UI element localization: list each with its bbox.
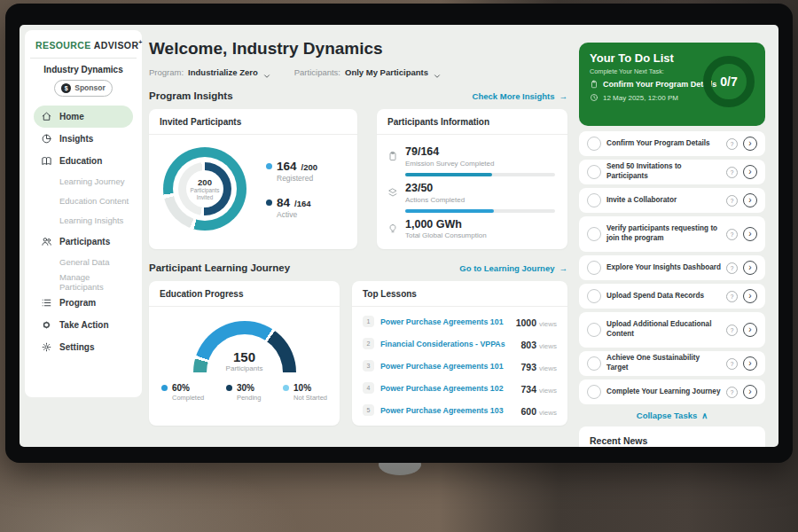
lesson-views: 734 bbox=[520, 384, 536, 395]
program-dropdown[interactable]: Program: Industrialize Zero bbox=[149, 67, 271, 77]
help-icon[interactable]: ? bbox=[726, 387, 738, 398]
chevron-right-icon[interactable]: › bbox=[743, 385, 757, 399]
task-checkbox[interactable] bbox=[587, 289, 601, 303]
collapse-tasks-link[interactable]: Collapse Tasks ∧ bbox=[579, 411, 765, 420]
sidebar-item-insights[interactable]: Insights bbox=[34, 128, 133, 150]
task-checkbox[interactable] bbox=[587, 261, 601, 275]
lesson-link[interactable]: Power Purchase Agreements 101 bbox=[380, 362, 514, 371]
participants-dropdown[interactable]: Participants: Only My Participants bbox=[294, 67, 442, 77]
sidebar-item-label: Learning Insights bbox=[59, 215, 123, 225]
org-name: Industry Dynamics bbox=[34, 65, 133, 74]
sidebar-item-take-action[interactable]: Take Action bbox=[34, 314, 133, 336]
chevron-right-icon[interactable]: › bbox=[743, 165, 757, 179]
task-row[interactable]: Achieve One Sustainability Target ? › bbox=[579, 351, 765, 376]
chevron-right-icon[interactable]: › bbox=[743, 323, 757, 337]
help-icon[interactable]: ? bbox=[726, 325, 738, 336]
participants-info-body: 79/164 Emission Survey Completed 23/50 A… bbox=[377, 135, 567, 239]
task-label: Upload Additional Educational Content bbox=[606, 320, 721, 339]
task-row[interactable]: Complete Your Learning Journey ? › bbox=[579, 379, 765, 404]
legend-item-not-started: 10% Not Started bbox=[283, 383, 327, 402]
lesson-views-suffix: views bbox=[539, 409, 557, 417]
task-row[interactable]: Invite a Collaborator ? › bbox=[579, 188, 765, 213]
chevron-right-icon[interactable]: › bbox=[743, 289, 757, 303]
chevron-right-icon[interactable]: › bbox=[743, 227, 757, 241]
sidebar-item-participants[interactable]: Participants bbox=[34, 231, 133, 253]
layers-icon bbox=[387, 185, 398, 196]
sidebar-item-label: Participants bbox=[59, 237, 110, 246]
chevron-right-icon[interactable]: › bbox=[743, 261, 757, 275]
lesson-link[interactable]: Financial Considerations - VPPAs bbox=[380, 340, 514, 348]
app-window: RESOURCEADVISOR+ Industry Dynamics $ Spo… bbox=[20, 25, 778, 447]
lesson-link[interactable]: Power Purchase Agreements 103 bbox=[380, 406, 514, 415]
burst-icon bbox=[41, 319, 52, 331]
sidebar-item-learning-insights[interactable]: Learning Insights bbox=[34, 211, 133, 231]
caret-up-icon: ∧ bbox=[701, 411, 708, 420]
sponsor-badge[interactable]: $ Sponsor bbox=[54, 80, 113, 97]
legend-dot-lightblue bbox=[283, 385, 289, 391]
todo-progress-ring: 0/7 bbox=[703, 56, 755, 107]
task-row[interactable]: Explore Your Insights Dashboard ? › bbox=[579, 255, 765, 280]
sidebar-item-settings[interactable]: Settings bbox=[34, 336, 133, 358]
sidebar-item-manage-participants[interactable]: Manage Participants bbox=[34, 272, 133, 292]
task-checkbox[interactable] bbox=[587, 323, 601, 337]
check-more-insights-link[interactable]: Check More Insights → bbox=[473, 91, 567, 101]
legend-item-pending: 30% Pending bbox=[226, 383, 262, 402]
brand-plus: + bbox=[138, 39, 143, 45]
help-icon[interactable]: ? bbox=[726, 195, 738, 207]
help-icon[interactable]: ? bbox=[726, 229, 738, 240]
chevron-right-icon[interactable]: › bbox=[743, 193, 757, 207]
task-checkbox[interactable] bbox=[587, 227, 601, 241]
sidebar-item-general-data[interactable]: General Data bbox=[34, 253, 133, 272]
gauge-value: 150 bbox=[193, 349, 296, 364]
lesson-views-suffix: views bbox=[539, 364, 557, 372]
task-checkbox[interactable] bbox=[587, 137, 601, 151]
task-checkbox[interactable] bbox=[587, 165, 601, 179]
task-row[interactable]: Upload Additional Educational Content ? … bbox=[579, 312, 765, 348]
chevron-right-icon[interactable]: › bbox=[743, 137, 757, 151]
legend-total: /200 bbox=[301, 162, 318, 172]
help-icon[interactable]: ? bbox=[726, 138, 738, 150]
arrow-right-icon: → bbox=[559, 91, 568, 101]
lightbulb-icon bbox=[387, 222, 398, 232]
lesson-row: 4 Power Purchase Agreements 102 734views bbox=[363, 377, 557, 399]
help-icon[interactable]: ? bbox=[726, 358, 738, 370]
lesson-link[interactable]: Power Purchase Agreements 102 bbox=[380, 384, 514, 393]
lesson-link[interactable]: Power Purchase Agreements 101 bbox=[380, 317, 510, 326]
sidebar-nav: Home Insights Education Learning Journey… bbox=[34, 106, 133, 358]
arrow-right-icon: → bbox=[559, 263, 568, 273]
lessons-list: 1 Power Purchase Agreements 101 1000view… bbox=[352, 307, 567, 421]
card-title: Invited Participants bbox=[149, 109, 357, 135]
invited-participants-card: Invited Participants 200 Participants In… bbox=[149, 109, 357, 249]
sidebar-item-education-content[interactable]: Education Content bbox=[34, 192, 133, 211]
task-checkbox[interactable] bbox=[587, 385, 601, 399]
section-title: Participant Learning Journey bbox=[149, 262, 290, 273]
sidebar-item-label: Settings bbox=[59, 342, 94, 352]
task-row[interactable]: Confirm Your Program Details ? › bbox=[579, 131, 765, 156]
help-icon[interactable]: ? bbox=[726, 167, 738, 178]
help-icon[interactable]: ? bbox=[726, 291, 738, 302]
sidebar-item-program[interactable]: Program bbox=[34, 292, 133, 314]
task-row[interactable]: Send 50 Invitations to Participants ? › bbox=[579, 160, 765, 184]
info-label: Emission Survey Completed bbox=[405, 160, 494, 168]
legend-label: Pending bbox=[237, 394, 262, 402]
task-label: Explore Your Insights Dashboard bbox=[606, 263, 721, 273]
task-row[interactable]: Verify participants requesting to join t… bbox=[579, 216, 765, 252]
task-checkbox[interactable] bbox=[587, 193, 601, 207]
brand-primary: RESOURCE bbox=[35, 40, 91, 51]
sidebar-item-education[interactable]: Education bbox=[34, 150, 133, 172]
help-icon[interactable]: ? bbox=[726, 262, 738, 274]
go-to-learning-journey-link[interactable]: Go to Learning Journey → bbox=[459, 263, 567, 273]
task-row[interactable]: Upload Spend Data Records ? › bbox=[579, 284, 765, 309]
sidebar-item-label: Manage Participants bbox=[59, 272, 133, 292]
task-label: Send 50 Invitations to Participants bbox=[606, 162, 721, 181]
lesson-row: 1 Power Purchase Agreements 101 1000view… bbox=[363, 310, 557, 332]
sidebar-item-learning-journey[interactable]: Learning Journey bbox=[34, 172, 133, 192]
task-label: Complete Your Learning Journey bbox=[606, 387, 721, 397]
sidebar-item-label: Learning Journey bbox=[59, 176, 124, 186]
chevron-down-icon bbox=[433, 68, 442, 77]
task-checkbox[interactable] bbox=[587, 356, 601, 371]
chevron-right-icon[interactable]: › bbox=[743, 356, 757, 371]
sidebar-item-home[interactable]: Home bbox=[34, 106, 133, 128]
lesson-views: 1000 bbox=[516, 317, 536, 328]
lesson-views-suffix: views bbox=[539, 320, 557, 328]
